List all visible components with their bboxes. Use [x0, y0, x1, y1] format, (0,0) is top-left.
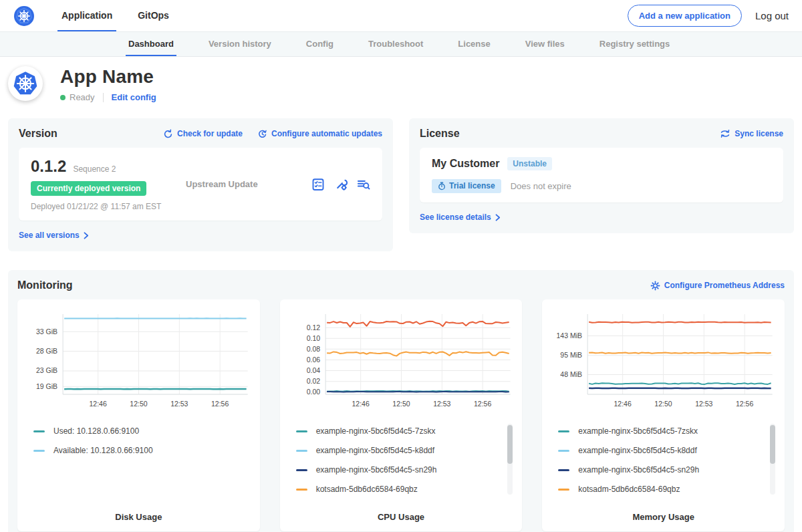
svg-text:12:56: 12:56 — [736, 400, 753, 408]
memory-usage-chart: 48 MiB95 MiB143 MiB12:4612:5012:5312:56 — [550, 309, 777, 414]
summary-cards-row: Version Check for update — [0, 118, 802, 251]
version-card-title: Version — [19, 128, 57, 140]
currently-deployed-badge: Currently deployed version — [31, 181, 146, 196]
legend-scrollbar-thumb[interactable] — [770, 425, 775, 464]
charts-row: 19 GiB23 GiB28 GiB33 GiB12:4612:5012:531… — [17, 299, 785, 531]
subnav-tab-version-history[interactable]: Version history — [206, 32, 274, 56]
preflight-checks-icon[interactable] — [311, 178, 325, 191]
svg-text:12:46: 12:46 — [352, 400, 369, 408]
disk-usage-title: Disk Usage — [25, 512, 252, 522]
svg-text:0.02: 0.02 — [306, 377, 320, 385]
kots-admin-console: Application GitOps Add a new application… — [0, 0, 802, 532]
subnav-tab-view-files[interactable]: View files — [523, 32, 567, 56]
current-version-panel: 0.1.2 Sequence 2 Currently deployed vers… — [19, 148, 382, 221]
svg-text:12:50: 12:50 — [655, 400, 672, 408]
kubernetes-logo-icon — [13, 5, 35, 27]
top-tab-application[interactable]: Application — [57, 0, 116, 31]
configure-prometheus-link[interactable]: Configure Prometheus Address — [650, 281, 785, 291]
app-name: App Name — [60, 66, 156, 88]
legend-item: example-nginx-5bc6f5d4c5-sn29h — [558, 465, 763, 475]
app-icon — [8, 66, 43, 101]
svg-text:143 MiB: 143 MiB — [557, 331, 583, 340]
legend-series-label: example-nginx-5bc6f5d4c5-k8ddf — [578, 446, 696, 455]
see-all-versions-link[interactable]: See all versions — [19, 231, 89, 240]
svg-text:33 GiB: 33 GiB — [36, 327, 57, 336]
svg-text:23 GiB: 23 GiB — [36, 366, 57, 374]
legend-item: example-nginx-5bc6f5d4c5-7zskx — [296, 426, 501, 436]
app-subnav: Dashboard Version history Config Trouble… — [0, 32, 802, 57]
gear-icon — [650, 281, 660, 291]
cpu-usage-title: CPU Usage — [288, 512, 515, 522]
license-card-title: License — [420, 128, 460, 140]
kubernetes-logo — [13, 0, 35, 31]
ready-status-label: Ready — [70, 92, 95, 102]
legend-series-dash — [296, 469, 307, 471]
refresh-icon — [163, 129, 173, 139]
logout-button[interactable]: Log out — [755, 10, 789, 21]
subnav-tab-license[interactable]: License — [455, 32, 493, 56]
svg-text:12:53: 12:53 — [696, 400, 713, 408]
legend-series-label: Used: 10.128.0.66:9100 — [53, 426, 139, 436]
svg-text:12:53: 12:53 — [433, 400, 450, 408]
edit-config-link[interactable]: Edit config — [112, 92, 156, 102]
legend-item: example-nginx-5bc6f5d4c5-7zskx — [558, 426, 763, 436]
sync-license-link[interactable]: Sync license — [720, 129, 783, 138]
legend-scrollbar-thumb[interactable] — [507, 425, 513, 464]
legend-series-label: Available: 10.128.0.66:9100 — [53, 446, 153, 455]
ready-status-dot — [60, 95, 65, 100]
legend-item: example-nginx-5bc6f5d4c5-sn29h — [296, 465, 501, 475]
legend-series-dash — [558, 430, 569, 432]
subnav-tab-registry-settings[interactable]: Registry settings — [597, 32, 672, 56]
legend-series-dash — [33, 430, 45, 432]
version-number: 0.1.2 — [31, 157, 66, 176]
svg-text:0.00: 0.00 — [306, 388, 320, 396]
memory-usage-legend: example-nginx-5bc6f5d4c5-7zskxexample-ng… — [550, 424, 777, 503]
chevron-right-icon — [495, 214, 501, 221]
config-wrench-icon[interactable] — [334, 178, 348, 191]
add-application-button[interactable]: Add a new application — [628, 5, 742, 27]
clock-refresh-icon — [257, 129, 267, 139]
subnav-tab-config[interactable]: Config — [303, 32, 336, 56]
disk-usage-legend: Used: 10.128.0.66:9100Available: 10.128.… — [25, 424, 252, 503]
svg-text:0.04: 0.04 — [306, 366, 320, 374]
svg-text:48 MiB: 48 MiB — [561, 370, 583, 378]
version-source-label: Upstream Update — [186, 179, 311, 189]
view-files-diff-icon[interactable] — [357, 178, 370, 191]
version-sequence: Sequence 2 — [73, 164, 116, 174]
subnav-tab-dashboard[interactable]: Dashboard — [126, 32, 176, 56]
app-status-row: Ready Edit config — [60, 92, 156, 102]
monitoring-title: Monitoring — [17, 279, 73, 291]
legend-series-dash — [296, 450, 307, 452]
legend-series-label: kotsadm-5db6dc6584-69qbz — [316, 485, 418, 494]
svg-text:0.12: 0.12 — [306, 323, 320, 331]
status-divider — [103, 93, 104, 102]
legend-series-dash — [33, 450, 45, 452]
legend-series-dash — [296, 489, 307, 491]
license-card: License Sync license My Customer Unstabl… — [409, 118, 794, 233]
see-license-details-link[interactable]: See license details — [420, 213, 501, 222]
license-panel: My Customer Unstable Trial license Does … — [420, 148, 783, 203]
cpu-usage-chart: 0.000.020.040.060.080.100.1212:4612:5012… — [288, 309, 515, 414]
svg-text:0.08: 0.08 — [306, 345, 320, 353]
license-expiry: Does not expire — [511, 181, 571, 191]
configure-automatic-updates-link[interactable]: Configure automatic updates — [257, 129, 382, 139]
svg-text:0.06: 0.06 — [306, 356, 320, 364]
topnav-right: Add a new application Log out — [628, 0, 789, 31]
channel-badge: Unstable — [507, 157, 552, 170]
legend-series-label: example-nginx-5bc6f5d4c5-7zskx — [578, 426, 698, 436]
legend-series-label: example-nginx-5bc6f5d4c5-sn29h — [316, 465, 437, 475]
svg-text:12:50: 12:50 — [392, 400, 410, 408]
top-tab-gitops[interactable]: GitOps — [134, 0, 173, 31]
subnav-tab-troubleshoot[interactable]: Troubleshoot — [366, 32, 426, 56]
legend-item: example-nginx-5bc6f5d4c5-k8ddf — [296, 446, 501, 455]
legend-item: kotsadm-5db6dc6584-69qbz — [558, 485, 763, 494]
legend-series-label: example-nginx-5bc6f5d4c5-k8ddf — [316, 446, 434, 455]
legend-item: Available: 10.128.0.66:9100 — [33, 446, 239, 455]
svg-text:12:46: 12:46 — [90, 400, 107, 408]
legend-item: kotsadm-5db6dc6584-69qbz — [296, 485, 501, 494]
app-header: App Name Ready Edit config — [0, 57, 802, 118]
check-for-update-link[interactable]: Check for update — [163, 129, 243, 139]
legend-series-label: example-nginx-5bc6f5d4c5-sn29h — [578, 465, 699, 475]
svg-text:19 GiB: 19 GiB — [36, 382, 57, 390]
app-header-text: App Name Ready Edit config — [60, 66, 156, 102]
